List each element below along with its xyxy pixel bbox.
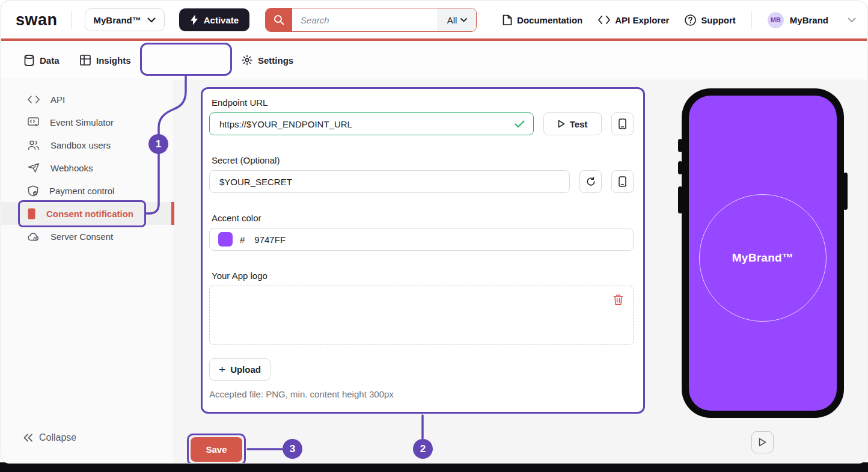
sidebar: API Event Simulator Sandbox users Webhoo… bbox=[1, 80, 174, 463]
support-label: Support bbox=[701, 15, 736, 25]
documentation-link[interactable]: Documentation bbox=[503, 14, 582, 26]
phone-mockup: MyBrand™ bbox=[682, 88, 844, 418]
hash-prefix: # bbox=[240, 234, 245, 245]
api-explorer-link[interactable]: API Explorer bbox=[598, 15, 669, 25]
consent-settings-panel: Endpoint URL Test bbox=[201, 87, 645, 414]
header-divider bbox=[71, 11, 72, 29]
accent-color-section: Accent color # bbox=[209, 213, 634, 251]
search-input[interactable] bbox=[292, 8, 438, 31]
search-button[interactable] bbox=[266, 8, 292, 31]
brand-selector-label: MyBrand™ bbox=[94, 15, 141, 25]
sidebar-item-label: Consent notification bbox=[46, 209, 133, 219]
sidebar-item-webhooks[interactable]: Webhooks bbox=[1, 156, 174, 179]
sidebar-item-payment-control[interactable]: Payment control bbox=[1, 179, 174, 202]
brand-logo-circle: MyBrand™ bbox=[699, 194, 827, 322]
plus-icon: + bbox=[219, 363, 225, 376]
database-icon bbox=[24, 55, 34, 66]
chevron-down-icon bbox=[147, 17, 156, 23]
test-button-label: Test bbox=[570, 119, 588, 129]
sidebar-item-api[interactable]: API bbox=[1, 88, 174, 111]
collapse-sidebar-button[interactable]: Collapse bbox=[23, 432, 76, 443]
annotation-step-1: 1 bbox=[148, 134, 168, 154]
main-nav: Data Insights Developers Settings Sandbo… bbox=[1, 41, 867, 79]
double-chevron-left-icon bbox=[23, 434, 33, 442]
accent-color-field: # bbox=[209, 228, 634, 251]
lightning-icon bbox=[190, 14, 198, 25]
app-window: swan MyBrand™ Activate All bbox=[1, 1, 867, 464]
accent-color-input[interactable] bbox=[253, 234, 625, 245]
preview-play-button[interactable] bbox=[751, 431, 774, 453]
regenerate-secret-button[interactable] bbox=[579, 170, 602, 193]
tab-data-label: Data bbox=[40, 55, 60, 66]
secret-field bbox=[209, 170, 570, 193]
copy-icon bbox=[619, 118, 626, 129]
endpoint-url-field bbox=[209, 112, 534, 135]
preview-brand-name: MyBrand™ bbox=[732, 251, 794, 265]
chevron-down-icon bbox=[460, 18, 467, 22]
phone-notification-icon bbox=[28, 208, 35, 219]
grid-icon bbox=[80, 55, 91, 66]
help-icon bbox=[685, 14, 696, 26]
copy-secret-button[interactable] bbox=[611, 170, 634, 193]
save-button[interactable]: Save bbox=[191, 437, 242, 462]
tab-insights[interactable]: Insights bbox=[80, 41, 131, 79]
search-filter-dropdown[interactable]: All bbox=[438, 8, 476, 31]
tab-settings[interactable]: Settings bbox=[242, 41, 293, 79]
phone-side-button bbox=[678, 139, 682, 152]
delete-logo-button[interactable] bbox=[613, 294, 623, 305]
account-name: MyBrand bbox=[790, 15, 828, 25]
users-icon bbox=[28, 140, 40, 150]
swan-logo: swan bbox=[16, 11, 58, 29]
play-icon bbox=[759, 438, 766, 447]
chevron-down-icon bbox=[848, 17, 856, 23]
document-icon bbox=[503, 14, 512, 26]
save-button-label: Save bbox=[206, 444, 227, 455]
logo-drop-area[interactable] bbox=[209, 286, 634, 345]
sidebar-item-consent-notification[interactable]: Consent notification bbox=[1, 202, 174, 225]
header-right-group: Documentation API Explorer Support MB My… bbox=[503, 11, 856, 29]
copy-icon bbox=[619, 176, 626, 187]
tab-data[interactable]: Data bbox=[24, 41, 60, 79]
test-endpoint-button[interactable]: Test bbox=[543, 112, 602, 135]
endpoint-url-input[interactable] bbox=[218, 118, 515, 130]
refresh-icon bbox=[586, 177, 596, 186]
upload-button-label: Upload bbox=[230, 364, 261, 375]
sidebar-item-label: Payment control bbox=[49, 186, 114, 196]
brand-selector[interactable]: MyBrand™ bbox=[85, 8, 165, 31]
phone-side-button bbox=[843, 173, 848, 210]
header-divider bbox=[751, 11, 752, 29]
support-link[interactable]: Support bbox=[685, 14, 736, 26]
app-logo-label: Your App logo bbox=[212, 271, 634, 281]
main-content: Endpoint URL Test bbox=[174, 80, 867, 463]
event-simulator-icon bbox=[28, 117, 39, 127]
sidebar-item-event-simulator[interactable]: Event Simulator bbox=[1, 111, 174, 133]
avatar: MB bbox=[768, 12, 784, 28]
api-explorer-label: API Explorer bbox=[615, 15, 669, 25]
color-swatch[interactable] bbox=[218, 232, 233, 247]
sidebar-item-label: Sandbox users bbox=[50, 140, 111, 150]
copy-endpoint-button[interactable] bbox=[611, 112, 634, 135]
sidebar-item-label: API bbox=[50, 94, 65, 105]
sidebar-item-label: Webhooks bbox=[50, 163, 93, 173]
secret-label: Secret (Optional) bbox=[212, 155, 634, 165]
tab-settings-label: Settings bbox=[258, 55, 293, 66]
search-bar: All bbox=[265, 8, 477, 32]
code-icon bbox=[598, 16, 610, 24]
sidebar-item-server-consent[interactable]: Server Consent bbox=[1, 225, 174, 248]
endpoint-url-label: Endpoint URL bbox=[212, 97, 634, 108]
search-icon bbox=[274, 14, 284, 25]
activate-button[interactable]: Activate bbox=[179, 8, 249, 31]
save-annotation-box: Save bbox=[187, 434, 246, 464]
collapse-label: Collapse bbox=[39, 432, 76, 443]
phone-side-button bbox=[678, 186, 682, 213]
secret-input[interactable] bbox=[218, 176, 561, 188]
valid-check-icon bbox=[515, 120, 525, 128]
activate-label: Activate bbox=[204, 15, 239, 25]
account-menu[interactable]: MB MyBrand bbox=[768, 12, 856, 28]
upload-logo-button[interactable]: + Upload bbox=[209, 358, 270, 381]
phone-screen-preview: MyBrand™ bbox=[689, 96, 837, 411]
endpoint-section: Endpoint URL Test bbox=[209, 97, 634, 135]
gear-icon bbox=[242, 55, 252, 66]
annotation-step-2: 2 bbox=[413, 439, 433, 459]
phone-side-button bbox=[678, 161, 682, 174]
